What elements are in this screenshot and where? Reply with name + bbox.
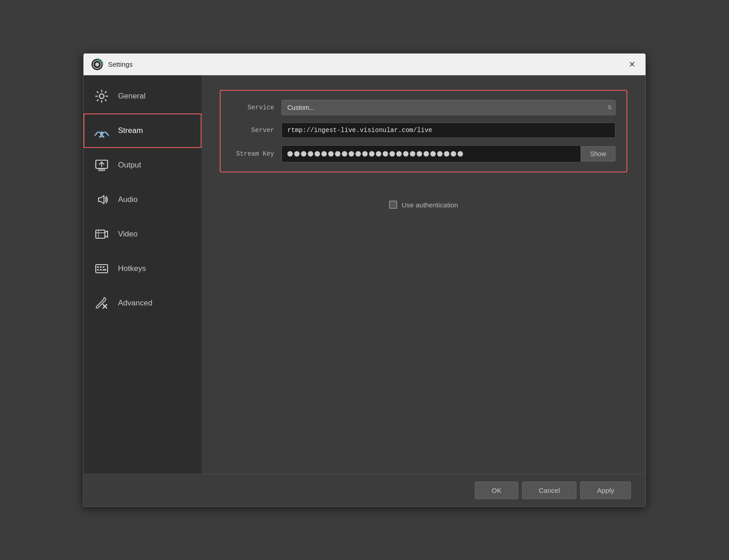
server-input[interactable] [281, 123, 616, 138]
key-dot [458, 151, 463, 157]
key-dot [308, 151, 313, 157]
svg-rect-17 [100, 266, 102, 268]
svg-point-3 [99, 94, 104, 98]
sidebar-item-output[interactable]: Output [84, 148, 202, 182]
ok-button[interactable]: OK [475, 481, 518, 499]
sidebar-item-general[interactable]: General [84, 79, 202, 113]
svg-rect-16 [97, 266, 99, 268]
key-dot [321, 151, 327, 157]
key-dot [328, 151, 334, 157]
key-dot [410, 151, 415, 157]
key-dot [417, 151, 422, 157]
key-dot [335, 151, 340, 157]
key-dot [362, 151, 368, 157]
svg-rect-22 [104, 269, 106, 270]
sidebar-item-advanced[interactable]: Advanced [84, 286, 202, 320]
auth-row: Use authentication [220, 201, 627, 209]
sidebar-item-label: General [118, 92, 145, 101]
cancel-button[interactable]: Cancel [522, 481, 577, 499]
key-dot [294, 151, 300, 157]
key-dot [451, 151, 456, 157]
key-dot [383, 151, 388, 157]
svg-point-7 [101, 132, 103, 134]
key-dot [437, 151, 443, 157]
service-label: Service [232, 104, 281, 111]
svg-rect-20 [100, 269, 102, 270]
sidebar-item-label: Hotkeys [118, 264, 146, 273]
close-button[interactable]: ✕ [626, 58, 638, 71]
key-dot [355, 151, 361, 157]
video-icon [94, 226, 110, 242]
key-dot [349, 151, 354, 157]
key-dot [396, 151, 402, 157]
key-dot [403, 151, 409, 157]
svg-rect-19 [97, 269, 99, 270]
sidebar: General [84, 75, 202, 474]
service-select-wrapper: Custom... ⇅ [281, 100, 616, 115]
apply-button[interactable]: Apply [580, 481, 631, 499]
stream-settings-box: Service Custom... ⇅ Server Stream Key [220, 90, 627, 172]
advanced-icon [94, 295, 110, 311]
window-title: Settings [108, 60, 133, 68]
service-row: Service Custom... ⇅ [232, 100, 616, 115]
content-area: General [84, 75, 645, 474]
server-row: Server [232, 123, 616, 138]
sidebar-item-stream[interactable]: Stream [84, 113, 202, 148]
hotkeys-icon [94, 260, 110, 277]
titlebar-left: Settings [91, 58, 133, 71]
key-dot [424, 151, 429, 157]
main-panel: Service Custom... ⇅ Server Stream Key [202, 75, 645, 474]
service-select[interactable]: Custom... [281, 100, 616, 115]
stream-key-row: Stream Key Show [232, 145, 616, 162]
footer: OK Cancel Apply [84, 474, 645, 506]
sidebar-item-label: Output [118, 161, 141, 170]
gear-icon [94, 88, 110, 104]
use-authentication-checkbox[interactable] [389, 201, 397, 209]
key-dot [389, 151, 395, 157]
sidebar-item-audio[interactable]: Audio [84, 182, 202, 217]
audio-icon [94, 192, 110, 208]
svg-point-2 [95, 62, 99, 66]
titlebar: Settings ✕ [84, 54, 645, 75]
svg-rect-15 [96, 265, 108, 273]
key-dot [376, 151, 381, 157]
sidebar-item-hotkeys[interactable]: Hotkeys [84, 251, 202, 286]
key-dot [301, 151, 306, 157]
settings-window: Settings ✕ General [83, 53, 646, 507]
key-dot [369, 151, 374, 157]
output-icon [94, 157, 110, 173]
key-dot [342, 151, 347, 157]
sidebar-item-label: Audio [118, 195, 138, 204]
key-dot [315, 151, 320, 157]
stream-icon [94, 123, 110, 139]
key-dot [444, 151, 449, 157]
key-dot [287, 151, 293, 157]
stream-key-dots[interactable] [281, 145, 581, 162]
sidebar-item-label: Advanced [118, 299, 153, 308]
sidebar-item-label: Stream [118, 126, 143, 135]
stream-key-label: Stream Key [232, 150, 281, 157]
show-key-button[interactable]: Show [581, 146, 616, 162]
sidebar-item-video[interactable]: Video [84, 217, 202, 251]
svg-rect-21 [103, 269, 104, 270]
auth-label: Use authentication [402, 201, 458, 209]
sidebar-item-label: Video [118, 230, 138, 239]
server-label: Server [232, 127, 281, 134]
svg-rect-12 [96, 230, 105, 238]
stream-key-input-wrapper: Show [281, 145, 616, 162]
svg-rect-18 [103, 266, 104, 268]
key-dot [430, 151, 436, 157]
obs-logo-icon [91, 58, 103, 71]
